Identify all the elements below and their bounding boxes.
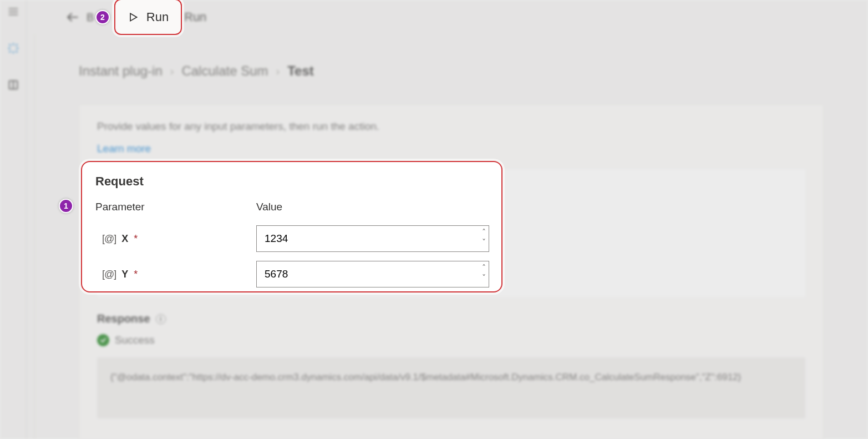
left-rail [0,0,27,439]
callout-run-button[interactable]: Run [114,0,182,35]
response-status: Success [115,334,155,346]
back-label: B [87,11,94,24]
run-button-label: Run [146,10,169,24]
stepper-down-icon[interactable]: ˅ [482,273,486,282]
hamburger-icon[interactable] [7,6,19,20]
request-title: Request [95,174,488,189]
breadcrumb: Instant plug-in › Calculate Sum › Test [79,63,314,79]
at-icon: [@] [102,269,116,280]
run-button-label: Run [184,10,206,24]
stepper-up-icon[interactable]: ˄ [482,228,486,236]
back-arrow-icon[interactable] [65,10,80,24]
chevron-right-icon: › [276,65,280,78]
param-x-input[interactable] [256,225,489,252]
response-body: {"@odata.context":"https://dv-acc-demo.c… [97,357,805,418]
param-label-x: [@] X * [95,225,256,252]
param-label-y: [@] Y * [95,261,256,287]
plugin-icon[interactable] [7,42,19,57]
response-title: Response [97,312,150,325]
svg-marker-7 [130,13,137,21]
help-text: Provide values for any input parameters,… [97,120,805,133]
learn-more-link[interactable]: Learn more [97,143,151,155]
book-icon[interactable] [7,79,19,93]
chevron-right-icon: › [170,65,174,78]
breadcrumb-current: Test [287,63,314,79]
param-y-input[interactable] [256,261,489,287]
vertical-divider [34,34,35,439]
col-parameter: Parameter [95,198,256,216]
col-value: Value [256,198,495,216]
response-section: Response i Success {"@odata.context":"ht… [97,312,805,418]
annotation-badge-2: 2 [95,10,110,24]
breadcrumb-item[interactable]: Instant plug-in [79,63,163,79]
response-status-row: Success [97,334,805,346]
at-icon: [@] [102,233,116,245]
breadcrumb-item[interactable]: Calculate Sum [181,63,268,79]
info-icon[interactable]: i [156,314,166,324]
annotation-badge-1: 1 [59,199,73,213]
play-icon [128,12,139,23]
stepper-up-icon[interactable]: ˄ [482,263,486,272]
success-check-icon [97,334,109,346]
callout-request: Request Parameter Value [@] X * ˄˅ [@] Y… [81,161,502,292]
stepper-down-icon[interactable]: ˅ [482,238,486,246]
